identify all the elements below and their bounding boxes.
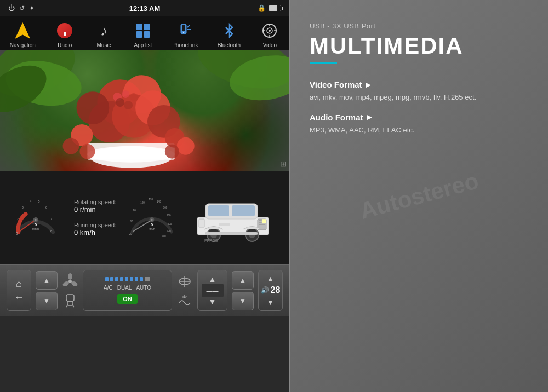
home-icon: ⌂ (16, 278, 22, 290)
bluetooth-icon (219, 21, 239, 41)
watermark: Autostereo (357, 168, 482, 224)
radio-icon (55, 21, 75, 41)
svg-rect-76 (199, 219, 204, 227)
bluetooth-label: Bluetooth (218, 42, 241, 48)
svg-text:180: 180 (167, 214, 171, 217)
svg-point-37 (165, 145, 179, 159)
multimedia-title: MULTIMEDIA (310, 34, 529, 57)
temp-down-btn[interactable]: ▼ (209, 297, 216, 306)
sidebar-item-radio[interactable]: Radio (55, 21, 75, 48)
music-icon: ♪ (94, 21, 114, 41)
svg-rect-69 (208, 205, 229, 216)
ac-dot-4 (120, 277, 123, 281)
fan-icon (62, 273, 78, 290)
running-label: Running speed: (74, 222, 116, 228)
brightness-icon: ✦ (29, 4, 35, 12)
ac-labels: A/C DUAL AUTO (104, 285, 151, 291)
refresh-icon: ↺ (19, 4, 25, 12)
sidebar-item-video[interactable]: Video (260, 21, 279, 48)
svg-text:6: 6 (45, 206, 47, 209)
up-button-2[interactable]: ▲ (232, 271, 254, 290)
auto-label: AUTO (136, 285, 151, 291)
temp-up-btn[interactable]: ▲ (209, 275, 216, 284)
svg-line-90 (66, 305, 67, 307)
audio-play-arrow-icon: ▶ (367, 113, 372, 121)
on-button[interactable]: ON (117, 294, 138, 304)
sidebar-item-bluetooth[interactable]: Bluetooth (218, 21, 241, 48)
arrow-group-2: ▲ ▼ (232, 271, 254, 310)
expand-icon[interactable]: ⊞ (280, 159, 287, 168)
svg-text:PRADO: PRADO (204, 239, 218, 242)
audio-format-content: MP3, WMA, AAC, RM, FLAC etc. (310, 125, 529, 136)
svg-rect-88 (66, 295, 74, 301)
down-button-2[interactable]: ▼ (232, 292, 254, 310)
video-play-arrow-icon: ▶ (366, 81, 370, 89)
svg-text:r/min: r/min (32, 227, 39, 230)
svg-rect-89 (67, 301, 73, 305)
audio-format-section: Audio Format ▶ MP3, WMA, AAC, RM, FLAC e… (310, 113, 529, 136)
phonelink-icon (175, 21, 195, 41)
video-format-heading: Video Format (310, 80, 362, 89)
dual-label: DUAL (117, 285, 132, 291)
ac-dot-9 (145, 277, 150, 281)
fan-icon-area (62, 273, 78, 308)
svg-point-85 (68, 273, 72, 280)
right-panel: Autostereo USB - 3X USB Port MULTIMEDIA … (290, 0, 548, 392)
up-button-1[interactable]: ▲ (36, 271, 58, 290)
svg-point-25 (122, 90, 129, 98)
video-format-content: avi, mkv, mov, mp4, mpeg, mpg, rmvb, flv… (310, 92, 529, 103)
running-speed-label: Running speed: 0 km/h (74, 222, 116, 237)
svg-point-26 (130, 93, 138, 101)
svg-text:3: 3 (22, 206, 24, 209)
svg-text:200: 200 (168, 223, 172, 226)
rpm-gauge: 0 2 3 4 5 6 7 8 0 r/min (11, 193, 60, 242)
sidebar-item-applist[interactable]: App list (133, 21, 153, 48)
svg-text:160: 160 (163, 206, 168, 209)
svg-point-22 (76, 91, 109, 124)
temp-display: —— (202, 284, 224, 297)
svg-point-36 (79, 144, 95, 159)
car-svg: PRADO (189, 193, 277, 242)
gauge-info: Rotating speed: 0 r/min Running speed: 0… (74, 199, 116, 237)
nav-bar: Navigation Radio ♪ Music (0, 16, 289, 50)
svg-text:100: 100 (140, 201, 145, 204)
ac-dot-3 (115, 277, 118, 281)
back-icon: ← (14, 292, 24, 303)
status-left-icons: ⏻ ↺ ✦ (8, 4, 35, 12)
svg-point-34 (63, 138, 79, 154)
title-underline (310, 62, 337, 64)
speed-gauge: 20 60 80 100 120 140 160 180 200 220 240… (127, 193, 176, 242)
svg-point-48 (35, 219, 37, 221)
home-back-group[interactable]: ⌂ ← (7, 270, 31, 311)
svg-text:60: 60 (130, 220, 133, 223)
ac-dot-8 (140, 277, 143, 281)
sidebar-item-phonelink[interactable]: PhoneLink (172, 21, 198, 48)
sidebar-item-music[interactable]: ♪ Music (94, 21, 114, 48)
svg-text:140: 140 (157, 200, 161, 203)
svg-text:120: 120 (149, 198, 153, 201)
svg-point-84 (68, 280, 72, 283)
power-icon: ⏻ (8, 4, 15, 12)
volume-control: ▲ 🔊 28 ▼ (258, 270, 283, 311)
down-button-1[interactable]: ▼ (36, 292, 58, 310)
audio-format-heading: Audio Format (310, 113, 363, 122)
video-icon (260, 21, 279, 41)
sidebar-item-navigation[interactable]: Navigation (10, 21, 36, 48)
volume-up-btn[interactable]: ▲ (267, 274, 275, 283)
svg-text:0: 0 (16, 232, 18, 235)
navigation-label: Navigation (10, 42, 36, 48)
ac-dot-7 (135, 277, 138, 281)
vent-area: A/C (176, 273, 193, 308)
status-bar: ⏻ ↺ ✦ 12:13 AM 🔒 (0, 0, 289, 16)
svg-text:0: 0 (35, 222, 37, 227)
svg-text:240: 240 (162, 235, 166, 238)
svg-text:4: 4 (30, 200, 31, 203)
volume-down-btn[interactable]: ▼ (267, 298, 275, 307)
right-temp-control: ▲ —— ▼ (197, 270, 227, 311)
lock-icon: 🔒 (258, 4, 266, 12)
car-image: PRADO (187, 193, 278, 242)
svg-text:80: 80 (133, 209, 136, 212)
arrow-group-1: ▲ ▼ (36, 271, 58, 310)
ac-indicators (105, 277, 150, 281)
svg-rect-82 (219, 223, 230, 226)
